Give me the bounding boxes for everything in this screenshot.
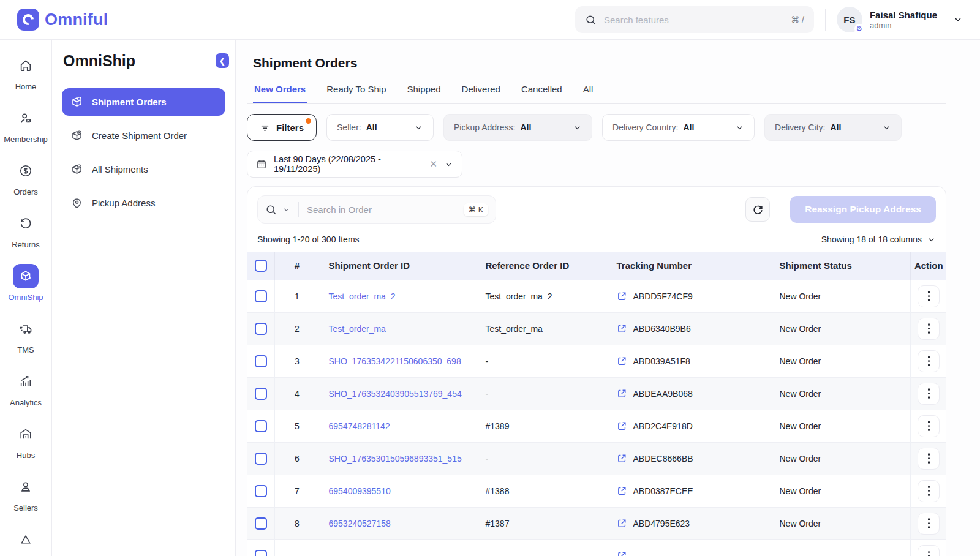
external-link-icon[interactable] xyxy=(617,486,627,496)
reference-order-id: #1389 xyxy=(477,410,608,442)
tab-shipped[interactable]: Shipped xyxy=(406,84,442,103)
row-actions-kebab-button[interactable] xyxy=(918,318,940,340)
row-actions-kebab-button[interactable] xyxy=(918,545,940,556)
shipment-order-id-link[interactable]: SHO_1763530150596893351_515 xyxy=(329,454,462,464)
col-num: # xyxy=(274,252,320,280)
user-menu[interactable]: FS ⚙ Faisal Shafique admin xyxy=(837,7,963,32)
nav-item-home[interactable]: Home xyxy=(1,53,50,91)
seller-dropdown[interactable]: Seller: All xyxy=(326,114,434,141)
sidebar-item-all-shipments[interactable]: All Shipments xyxy=(62,156,225,183)
row-checkbox[interactable] xyxy=(255,355,267,367)
omniful-logo[interactable]: Omniful xyxy=(17,9,108,31)
row-actions-kebab-button[interactable] xyxy=(918,285,940,307)
external-link-icon[interactable] xyxy=(617,421,627,431)
external-link-icon[interactable] xyxy=(617,453,627,464)
nav-item-analytics[interactable]: Analytics xyxy=(1,369,50,407)
tab-all[interactable]: All xyxy=(582,84,595,103)
filters-button[interactable]: Filters xyxy=(247,114,317,141)
tab-new-orders[interactable]: New Orders xyxy=(253,84,307,103)
row-checkbox[interactable] xyxy=(255,485,267,497)
col-shipment-order-id: Shipment Order ID xyxy=(320,252,477,280)
user-role: admin xyxy=(870,21,937,30)
order-search-input[interactable]: Search in Order ⌘ K xyxy=(257,195,496,224)
sidebar-item-pickup-address[interactable]: Pickup Address xyxy=(62,189,225,217)
row-actions-kebab-button[interactable] xyxy=(918,415,940,437)
tab-delivered[interactable]: Delivered xyxy=(461,84,502,103)
columns-count-dropdown[interactable]: Showing 18 of 18 columns xyxy=(821,235,936,244)
row-number: 6 xyxy=(274,442,320,475)
nav-item-membership[interactable]: Membership xyxy=(1,106,50,144)
reassign-pickup-address-button[interactable]: Reassign Pickup Address xyxy=(790,196,936,223)
tracking-number: ABDEAA9B068 xyxy=(633,389,693,399)
shipment-order-id-link[interactable]: 6954748281142 xyxy=(329,421,390,431)
sidebar-title: OmniShip xyxy=(62,52,225,70)
chevron-down-icon[interactable] xyxy=(953,15,963,24)
chevron-down-icon[interactable] xyxy=(444,160,453,169)
shipment-status: New Order xyxy=(771,442,910,475)
external-link-icon[interactable] xyxy=(617,388,627,399)
shipment-order-id-link[interactable]: 6954009395510 xyxy=(329,486,391,496)
shipment-order-id-link[interactable]: SHO_1763534221150606350_698 xyxy=(329,356,461,366)
row-checkbox[interactable] xyxy=(255,323,267,335)
nav-item-hubs[interactable]: Hubs xyxy=(1,422,50,460)
col-reference-order-id: Reference Order ID xyxy=(477,252,608,280)
shipment-order-id-link[interactable]: SHO_1763532403905513769_454 xyxy=(329,389,462,399)
external-link-icon[interactable] xyxy=(617,518,627,528)
shipment-order-id-link[interactable]: Test_order_ma_2 xyxy=(329,291,396,301)
row-checkbox[interactable] xyxy=(255,550,267,556)
pickup-address-dropdown[interactable]: Pickup Address: All xyxy=(443,114,592,141)
row-checkbox[interactable] xyxy=(255,290,267,302)
reference-order-id: Test_order_ma_2 xyxy=(477,280,608,312)
search-icon xyxy=(585,14,597,26)
clear-date-icon[interactable]: ✕ xyxy=(429,159,437,170)
shipment-order-id-link[interactable]: 6953240527158 xyxy=(329,519,391,528)
shipment-order-id-link[interactable]: Test_order_ma xyxy=(329,324,386,334)
chevron-down-icon xyxy=(573,123,582,132)
row-actions-kebab-button[interactable] xyxy=(918,448,940,470)
header-divider xyxy=(825,9,826,31)
nav-item-sellers[interactable]: Sellers xyxy=(1,475,50,513)
external-link-icon[interactable] xyxy=(617,356,627,366)
external-link-icon[interactable] xyxy=(617,550,627,556)
feature-search-input[interactable]: Search features ⌘ / xyxy=(575,6,814,33)
nav-item-tms[interactable]: TMS xyxy=(1,317,50,355)
package-icon xyxy=(70,163,83,176)
table-header-row: # Shipment Order ID Reference Order ID T… xyxy=(247,252,946,280)
date-range-filter[interactable]: Last 90 Days (22/08/2025 - 19/11/2025) ✕ xyxy=(247,151,462,178)
omniship-sidebar: OmniShip ❮ Shipment Orders Create Shipme… xyxy=(52,40,236,556)
nav-item-omniship[interactable]: OmniShip xyxy=(1,264,50,302)
sidebar-item-label: Create Shipment Order xyxy=(92,130,187,141)
row-actions-kebab-button[interactable] xyxy=(918,480,940,502)
analytics-icon xyxy=(13,369,39,394)
search-scope-chevron-icon[interactable] xyxy=(282,206,290,214)
table-row: 3 SHO_1763534221150606350_698 - ABD039A5… xyxy=(247,345,946,377)
row-checkbox[interactable] xyxy=(255,388,267,400)
nav-item-orders[interactable]: Orders xyxy=(1,159,50,197)
row-actions-kebab-button[interactable] xyxy=(918,513,940,535)
external-link-icon[interactable] xyxy=(617,291,627,301)
sidebar-item-shipment-orders[interactable]: Shipment Orders xyxy=(62,88,225,116)
sidebar-item-create-shipment-order[interactable]: Create Shipment Order xyxy=(62,122,225,149)
shipment-status: New Order xyxy=(771,507,910,539)
orders-icon xyxy=(13,159,39,183)
tab-ready-to-ship[interactable]: Ready To Ship xyxy=(325,84,387,103)
row-actions-kebab-button[interactable] xyxy=(918,350,940,372)
refresh-button[interactable] xyxy=(745,197,770,222)
row-actions-kebab-button[interactable] xyxy=(918,383,940,405)
sidebar-collapse-button[interactable]: ❮ xyxy=(216,53,229,68)
nav-item-returns[interactable]: Returns xyxy=(1,211,50,249)
calendar-icon xyxy=(256,159,267,170)
filters-active-dot xyxy=(306,118,311,124)
nav-item-more-partial[interactable] xyxy=(1,527,50,552)
col-action: Action xyxy=(910,252,946,280)
row-checkbox[interactable] xyxy=(255,453,267,465)
row-checkbox[interactable] xyxy=(255,517,267,530)
reference-order-id: Test_order_ma xyxy=(477,312,608,345)
select-all-checkbox[interactable] xyxy=(255,260,267,272)
package-icon xyxy=(70,96,83,108)
row-checkbox[interactable] xyxy=(255,420,267,432)
tab-cancelled[interactable]: Cancelled xyxy=(520,84,564,103)
external-link-icon[interactable] xyxy=(617,323,627,334)
delivery-country-dropdown[interactable]: Delivery Country: All xyxy=(602,114,755,141)
delivery-city-dropdown[interactable]: Delivery City: All xyxy=(764,114,902,141)
